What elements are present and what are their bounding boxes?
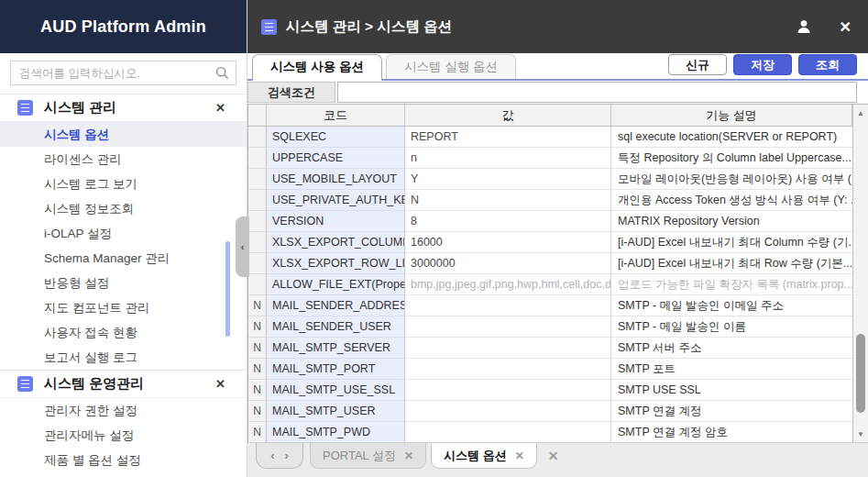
sidebar-search-row — [0, 53, 247, 94]
section-close-icon[interactable]: ✕ — [215, 101, 225, 115]
cell-value[interactable] — [405, 422, 611, 442]
cell-code: XLSX_EXPORT_ROW_LIMIT — [267, 253, 405, 274]
신규-button[interactable]: 신규 — [668, 54, 727, 75]
table-row[interactable]: SQLEXECREPORTsql execute location(SERVER… — [248, 127, 852, 148]
sidebar-item-라이센스 관리[interactable]: 라이센스 관리 — [0, 147, 247, 172]
sidebar-item-관리자 권한 설정[interactable]: 관리자 권한 설정 — [0, 398, 247, 423]
menu-search-input[interactable] — [11, 61, 236, 84]
cell-value[interactable] — [405, 401, 611, 422]
main-panel: 시스템 관리 > 시스템 옵션 ✕ 시스템 사용 옵션시스템 실행 옵션 신규저… — [247, 0, 868, 477]
sidebar-section-header: 시스템 운영관리✕ — [0, 370, 247, 398]
table-row[interactable]: NMAIL_SMTP_USERSMTP 연결 계정 — [248, 401, 852, 422]
cell-value[interactable]: REPORT — [405, 127, 611, 148]
tab-close-icon[interactable]: ✕ — [404, 449, 413, 462]
cell-value[interactable] — [405, 338, 611, 359]
sidebar-item-i-OLAP 설정[interactable]: i-OLAP 설정 — [0, 221, 247, 246]
column-header-desc[interactable]: 기능 설명 — [611, 105, 852, 126]
prev-tab-icon[interactable]: ‹ — [270, 449, 274, 462]
bottom-tab-nav: ‹ › — [256, 443, 303, 469]
table-row[interactable]: USE_MOBILE_LAYOUTY모바일 레이아웃(반응형 레이아웃) 사용 … — [248, 169, 852, 190]
cell-code: MAIL_SMTP_USE_SSL — [267, 380, 405, 401]
cell-value[interactable]: n — [405, 148, 611, 169]
next-tab-icon[interactable]: › — [285, 449, 289, 462]
cell-value[interactable] — [405, 316, 611, 338]
scroll-down-icon[interactable]: ▼ — [853, 427, 868, 441]
sidebar-item-Schema Manager 관리[interactable]: Schema Manager 관리 — [0, 246, 247, 271]
column-header-value[interactable]: 값 — [405, 105, 611, 126]
sidebar-item-지도 컴포넌트 관리[interactable]: 지도 컴포넌트 관리 — [0, 295, 247, 320]
bottom-tab-PORTAL 설정[interactable]: PORTAL 설정✕ — [310, 443, 426, 469]
tab-시스템 사용 옵션[interactable]: 시스템 사용 옵션 — [252, 54, 382, 81]
cell-desc: [i-AUD] Excel 내보내기 최대 Row 수량 (기본... — [611, 253, 852, 274]
cell-desc: SMTP - 메일 발송인 이름 — [611, 316, 852, 338]
toolbar: 시스템 사용 옵션시스템 실행 옵션 신규저장조회 — [247, 53, 868, 81]
cell-desc: [i-AUD] Excel 내보내기 최대 Column 수량 (기... — [611, 232, 852, 253]
breadcrumb-doc-icon — [261, 19, 277, 35]
cell-value[interactable]: N — [405, 190, 611, 211]
sidebar-collapse-handle[interactable]: ‹ — [236, 216, 249, 277]
column-header-code[interactable]: 코드 — [267, 105, 405, 126]
cell-flag: N — [248, 316, 267, 338]
table-row[interactable]: NMAIL_SMTP_PORTSMTP 포트 — [248, 359, 852, 380]
cell-value[interactable]: bmp,jpg,jpeg,gif,png,hwp,hml,cell,doc,d.… — [405, 274, 611, 295]
table-row[interactable]: USE_PRIVATE_AUTH_KEYN개인용 Access Token 생성… — [248, 190, 852, 211]
bottom-tab-label: 시스템 옵션 — [444, 448, 507, 464]
section-close-icon[interactable]: ✕ — [215, 377, 225, 391]
grid-header-row: 코드 값 기능 설명 — [248, 105, 852, 127]
search-condition-input[interactable] — [337, 82, 857, 103]
cell-value[interactable]: 3000000 — [405, 253, 611, 274]
table-row[interactable]: NMAIL_SENDER_ADDRES...SMTP - 메일 발송인 이메일 … — [248, 295, 852, 316]
table-row[interactable]: NMAIL_SMTP_PWDSMTP 연결 계정 암호 — [248, 422, 852, 442]
cell-desc: 모바일 레이아웃(반응형 레이아웃) 사용 여부 (... — [611, 169, 852, 190]
bottom-tabbar: ‹ › PORTAL 설정✕시스템 옵션✕ ✕ — [247, 442, 868, 477]
search-condition-row: 검색조건 — [247, 81, 868, 104]
table-row[interactable]: NMAIL_SMTP_USE_SSLSMTP USE SSL — [248, 380, 852, 401]
cell-value[interactable]: 8 — [405, 211, 611, 232]
cell-value[interactable]: 16000 — [405, 232, 611, 253]
extra-tab-close-icon[interactable]: ✕ — [548, 449, 559, 463]
sidebar-item-관리자메뉴 설정[interactable]: 관리자메뉴 설정 — [0, 423, 247, 448]
cell-code: MAIL_SENDER_USER — [267, 316, 405, 338]
sidebar-item-시스템 로그 보기[interactable]: 시스템 로그 보기 — [0, 172, 247, 196]
table-row[interactable]: XLSX_EXPORT_COLUMN...16000[i-AUD] Excel … — [248, 232, 852, 253]
저장-button[interactable]: 저장 — [733, 54, 792, 75]
조회-button[interactable]: 조회 — [798, 54, 857, 75]
table-row[interactable]: XLSX_EXPORT_ROW_LIMIT3000000[i-AUD] Exce… — [248, 253, 852, 274]
cell-desc: SMTP USE SSL — [611, 380, 852, 401]
scroll-up-icon[interactable]: ▲ — [853, 105, 868, 120]
options-grid: 코드 값 기능 설명 SQLEXECREPORTsql execute loca… — [247, 104, 868, 442]
bottom-tabs: PORTAL 설정✕시스템 옵션✕ — [310, 443, 537, 469]
column-header-flag[interactable] — [248, 105, 267, 126]
tab-시스템 실행 옵션[interactable]: 시스템 실행 옵션 — [386, 54, 516, 79]
cell-value[interactable] — [405, 359, 611, 380]
cell-value[interactable] — [405, 295, 611, 316]
sidebar-item-시스템 정보조회[interactable]: 시스템 정보조회 — [0, 196, 247, 221]
sidebar-section-header: 시스템 관리✕ — [0, 94, 247, 122]
toolbar-buttons: 신규저장조회 — [668, 54, 857, 75]
app-title: AUD Platform Admin — [40, 17, 206, 37]
grid-body: SQLEXECREPORTsql execute location(SERVER… — [248, 127, 852, 442]
sidebar-item-보고서 실행 로그[interactable]: 보고서 실행 로그 — [0, 345, 247, 370]
sidebar-scrollbar-thumb[interactable] — [225, 241, 230, 337]
grid-vertical-scrollbar[interactable]: ▲ ▼ — [852, 105, 868, 442]
table-row[interactable]: UPPERCASEn특정 Repository 의 Column label U… — [248, 148, 852, 169]
bottom-tab-시스템 옵션[interactable]: 시스템 옵션✕ — [431, 443, 537, 469]
grid-scrollbar-thumb[interactable] — [856, 334, 865, 413]
close-icon[interactable]: ✕ — [840, 18, 852, 36]
sidebar-item-시스템 옵션[interactable]: 시스템 옵션 — [0, 122, 247, 147]
table-row[interactable]: ALLOW_FILE_EXT(Propert...bmp,jpg,jpeg,gi… — [248, 274, 852, 295]
tab-close-icon[interactable]: ✕ — [515, 449, 524, 462]
cell-code: VERSION — [267, 211, 405, 232]
sidebar-item-제품 별 옵션 설정[interactable]: 제품 별 옵션 설정 — [0, 448, 247, 472]
sidebar-item-반응형 설정[interactable]: 반응형 설정 — [0, 271, 247, 295]
table-row[interactable]: NMAIL_SMTP_SERVERSMTP 서버 주소 — [248, 338, 852, 359]
cell-value[interactable]: Y — [405, 169, 611, 190]
cell-value[interactable] — [405, 380, 611, 401]
table-row[interactable]: VERSION8MATRIX Repository Version — [248, 211, 852, 232]
user-icon[interactable] — [796, 18, 812, 35]
search-icon[interactable] — [215, 66, 229, 83]
cell-code: MAIL_SENDER_ADDRES... — [267, 295, 405, 316]
table-row[interactable]: NMAIL_SENDER_USERSMTP - 메일 발송인 이름 — [248, 316, 852, 338]
cell-code: SQLEXEC — [267, 127, 405, 148]
sidebar-item-사용자 접속 현황[interactable]: 사용자 접속 현황 — [0, 320, 247, 345]
